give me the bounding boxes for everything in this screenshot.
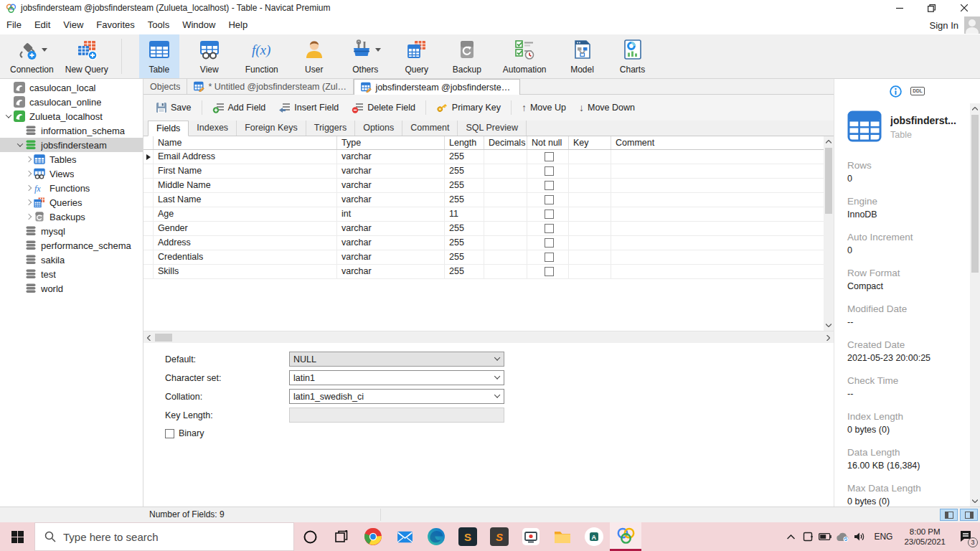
not-null-checkbox[interactable] [545, 181, 554, 190]
mail-icon[interactable] [389, 522, 420, 551]
automation-button[interactable]: Automation [497, 34, 552, 78]
menu-item[interactable]: Window [176, 16, 222, 34]
tree-chevron-icon[interactable] [14, 255, 25, 265]
move-up-button[interactable]: ↑ Move Up [515, 98, 573, 117]
field-decimals-cell[interactable] [484, 179, 527, 192]
connection-dropdown-caret[interactable] [42, 48, 47, 52]
info-panel-scrollbar[interactable] [970, 103, 980, 507]
tree-chevron-icon[interactable] [3, 111, 14, 121]
document-tab[interactable]: * Untitled @jobsfindersteam (Zulueta_lo.… [187, 79, 354, 94]
tree-item[interactable]: fx Functions [0, 181, 143, 195]
menu-item[interactable]: Edit [28, 16, 57, 34]
minimize-button[interactable] [883, 0, 915, 16]
field-name-cell[interactable]: Gender [154, 222, 337, 235]
scroll-thumb[interactable] [825, 148, 832, 214]
designer-tab[interactable]: Comment [402, 121, 458, 136]
function-button[interactable]: f(x) Function [240, 34, 284, 78]
field-row[interactable]: Last Name varchar 255 [143, 193, 824, 207]
field-key-cell[interactable] [569, 250, 611, 264]
field-length-cell[interactable]: 255 [445, 222, 484, 235]
tree-item[interactable]: fx mysql [0, 224, 143, 238]
field-comment-cell[interactable] [611, 222, 824, 235]
add-field-button[interactable]: Add Field [206, 98, 273, 117]
chrome-icon[interactable] [357, 522, 389, 551]
field-name-cell[interactable]: Skills [154, 265, 337, 278]
scroll-down-arrow[interactable] [824, 320, 834, 331]
delete-field-button[interactable]: Delete Field [345, 98, 422, 117]
tree-chevron-icon[interactable] [14, 283, 25, 293]
tree-chevron-icon[interactable] [23, 154, 34, 164]
scroll-up-arrow[interactable] [970, 103, 980, 114]
language-indicator[interactable]: ENG [868, 532, 898, 542]
not-null-checkbox[interactable] [545, 253, 554, 262]
tray-chevron-up-icon[interactable] [782, 522, 799, 551]
field-name-cell[interactable]: First Name [154, 164, 337, 178]
field-comment-cell[interactable] [611, 265, 824, 278]
document-tab[interactable]: jobsfindersteam @jobsfindersteam (Zul... [354, 79, 520, 95]
designer-tab[interactable]: Triggers [306, 121, 355, 136]
field-type-cell[interactable]: varchar [337, 193, 445, 207]
designer-tab[interactable]: Foreign Keys [237, 121, 306, 136]
field-type-cell[interactable]: varchar [337, 250, 445, 264]
tree-item[interactable]: fx Views [0, 166, 143, 181]
field-row[interactable]: Age int 11 [143, 207, 824, 222]
query-button[interactable]: Query [397, 34, 437, 78]
field-row[interactable]: First Name varchar 255 [143, 164, 824, 179]
not-null-checkbox[interactable] [545, 238, 554, 248]
field-decimals-cell[interactable] [484, 207, 527, 221]
not-null-checkbox[interactable] [545, 224, 554, 233]
combo-chevron-icon[interactable] [491, 357, 504, 361]
field-type-cell[interactable]: int [337, 207, 445, 221]
connection-button[interactable]: Connection [4, 34, 60, 78]
field-key-cell[interactable] [569, 236, 611, 250]
designer-tab[interactable]: Options [355, 121, 402, 136]
not-null-checkbox[interactable] [545, 195, 554, 204]
tree-chevron-icon[interactable] [23, 183, 34, 193]
tree-item[interactable]: fx jobsfindersteam [0, 138, 143, 152]
clock[interactable]: 8:00 PM 23/05/2021 [898, 527, 951, 547]
backup-button[interactable]: Backup [447, 34, 487, 78]
field-row[interactable]: Middle Name varchar 255 [143, 179, 824, 193]
field-key-cell[interactable] [569, 164, 611, 178]
insert-field-button[interactable]: Insert Field [272, 98, 345, 117]
scroll-left-arrow[interactable] [143, 331, 154, 344]
ddl-icon[interactable]: DDL [910, 87, 925, 96]
tree-chevron-icon[interactable] [23, 197, 34, 207]
field-decimals-cell[interactable] [484, 265, 527, 278]
user-avatar[interactable] [964, 17, 980, 34]
grid-vertical-scrollbar[interactable] [824, 136, 834, 331]
field-comment-cell[interactable] [611, 236, 824, 250]
onedrive-icon[interactable] [834, 522, 851, 551]
toggle-right-panel-button[interactable] [960, 509, 978, 521]
toggle-left-panel-button[interactable] [940, 509, 958, 521]
not-null-checkbox[interactable] [545, 166, 554, 176]
view-button[interactable]: View [189, 34, 230, 78]
notification-center-button[interactable]: 3 [951, 522, 980, 551]
field-key-cell[interactable] [569, 193, 611, 207]
property-control[interactable]: NULL [289, 352, 504, 367]
field-length-cell[interactable]: 255 [445, 179, 484, 192]
tree-chevron-icon[interactable] [14, 269, 25, 279]
designer-tab[interactable]: Indexes [189, 121, 237, 136]
field-length-cell[interactable]: 255 [445, 150, 484, 164]
model-button[interactable]: Model [562, 34, 603, 78]
field-decimals-cell[interactable] [484, 222, 527, 235]
field-decimals-cell[interactable] [484, 250, 527, 264]
tree-item[interactable]: fx casulocan_online [0, 95, 143, 109]
field-length-cell[interactable]: 255 [445, 236, 484, 250]
menu-item[interactable]: Tools [141, 16, 176, 34]
grid-horizontal-scrollbar[interactable] [143, 331, 834, 343]
menu-item[interactable]: Help [222, 16, 254, 34]
tablet-mode-icon[interactable] [799, 522, 816, 551]
field-type-cell[interactable]: varchar [337, 179, 445, 192]
user-button[interactable]: User [294, 34, 334, 78]
field-row[interactable]: Credentials varchar 255 [143, 250, 824, 265]
edge-icon[interactable] [420, 522, 452, 551]
charts-button[interactable]: Charts [613, 34, 653, 78]
tree-chevron-icon[interactable] [14, 226, 25, 236]
field-comment-cell[interactable] [611, 164, 824, 178]
field-type-cell[interactable]: varchar [337, 150, 445, 164]
sign-in-link[interactable]: Sign In [930, 20, 958, 31]
others-dropdown-caret[interactable] [375, 48, 381, 52]
tree-chevron-icon[interactable] [23, 169, 34, 179]
